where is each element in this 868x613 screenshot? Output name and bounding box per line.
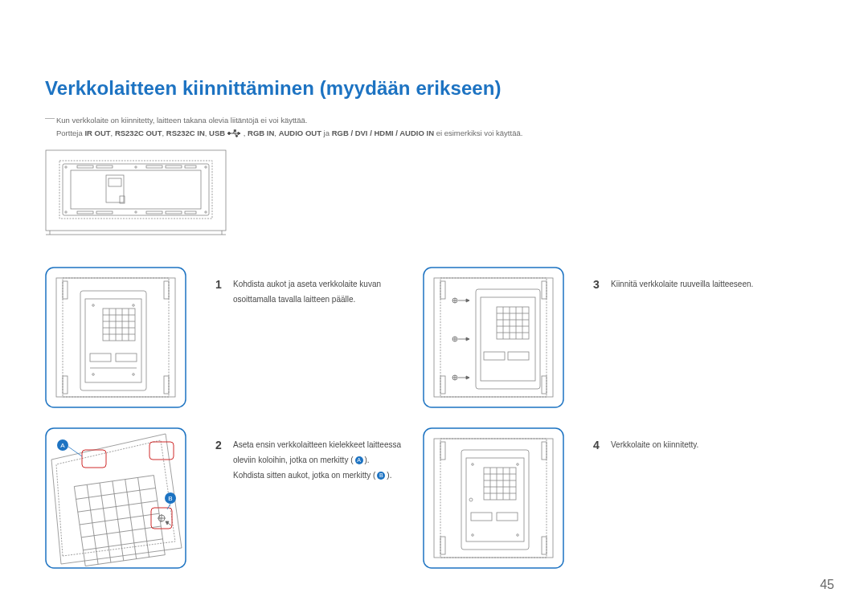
svg-rect-25: [185, 166, 196, 168]
step-3-figure: [423, 267, 564, 408]
note-prefix: Portteja: [56, 129, 84, 137]
svg-rect-27: [96, 211, 113, 214]
svg-point-16: [205, 166, 207, 168]
svg-point-18: [205, 211, 207, 213]
svg-rect-34: [63, 281, 68, 299]
svg-rect-118: [440, 442, 445, 460]
step-1-text: 1 Kohdista aukot ja aseta verkkolaite ku…: [233, 276, 402, 307]
svg-rect-22: [96, 166, 113, 168]
step-2-text: 2 Aseta ensin verkkolaitteen kielekkeet …: [233, 437, 402, 483]
svg-rect-24: [166, 166, 182, 168]
page-title: Verkkolaitteen kiinnittäminen (myydään e…: [45, 77, 502, 100]
svg-rect-3: [234, 130, 235, 132]
svg-rect-121: [542, 537, 547, 554]
svg-point-43: [133, 374, 135, 376]
svg-rect-44: [103, 309, 135, 341]
port-ir-out: IR OUT: [84, 129, 110, 137]
svg-rect-56: [46, 428, 186, 568]
step-1-number: 1: [215, 274, 222, 296]
note-line-1-text: Kun verkkolaite on kiinnitetty, laitteen…: [56, 116, 307, 125]
note-line-2: Portteja IR OUT, RS232C OUT, RS232C IN, …: [56, 129, 522, 137]
svg-point-1: [227, 133, 230, 135]
svg-marker-104: [466, 299, 469, 302]
step-3-text: 3 Kiinnitä verkkolaite ruuveilla laittee…: [611, 276, 820, 292]
step-1-figure: [45, 267, 186, 408]
step-3-body: Kiinnitä verkkolaite ruuveilla laitteese…: [611, 280, 753, 288]
port-audio-out: AUDIO OUT: [279, 129, 321, 137]
svg-point-126: [472, 534, 474, 537]
badge-b-icon: B: [377, 472, 385, 480]
svg-rect-80: [424, 268, 563, 407]
svg-rect-13: [108, 178, 121, 186]
svg-rect-28: [146, 211, 162, 214]
svg-rect-119: [542, 442, 547, 460]
svg-rect-137: [471, 513, 492, 521]
note-mid: ja: [324, 129, 332, 137]
svg-rect-69: [82, 450, 106, 468]
step-2-body-3: ).: [387, 471, 391, 480]
svg-rect-30: [185, 211, 196, 214]
step-4-body: Verkkolaite on kiinnitetty.: [611, 440, 698, 449]
svg-rect-26: [77, 211, 93, 214]
svg-point-4: [235, 136, 237, 137]
svg-rect-115: [424, 428, 563, 568]
svg-point-42: [92, 374, 95, 376]
svg-rect-10: [63, 164, 209, 215]
svg-rect-138: [497, 513, 518, 521]
svg-rect-9: [59, 161, 212, 219]
svg-point-40: [92, 304, 95, 307]
svg-rect-120: [440, 537, 445, 554]
svg-rect-35: [164, 281, 169, 299]
note-line-1: Kun verkkolaite on kiinnitetty, laitteen…: [45, 116, 307, 125]
step-4-text: 4 Verkkolaite on kiinnitetty.: [611, 437, 780, 452]
svg-point-15: [65, 166, 67, 168]
svg-rect-53: [90, 353, 111, 362]
svg-rect-11: [71, 170, 201, 209]
step-2-body-1: Aseta ensin verkkolaitteen kielekkeet la…: [233, 440, 401, 464]
step-4-number: 4: [593, 435, 600, 456]
svg-rect-86: [542, 376, 547, 394]
port-rs232c-out: RS232C OUT: [115, 129, 162, 137]
badge-b-label: B: [168, 495, 172, 502]
svg-rect-117: [440, 439, 547, 558]
note-suffix: ei esimerkiksi voi käyttää.: [436, 129, 523, 137]
svg-marker-114: [466, 376, 469, 379]
port-rgb-in: RGB IN: [248, 129, 274, 137]
badge-a-label: A: [60, 442, 65, 449]
svg-rect-116: [434, 439, 553, 558]
device-back-diagram: [45, 149, 227, 236]
svg-point-19: [135, 166, 137, 168]
svg-rect-85: [440, 376, 445, 394]
svg-point-127: [517, 534, 519, 537]
svg-rect-84: [542, 281, 547, 299]
svg-point-124: [472, 464, 474, 466]
svg-marker-109: [466, 337, 469, 341]
svg-marker-2: [238, 133, 240, 135]
svg-rect-99: [508, 352, 529, 360]
svg-point-139: [469, 498, 473, 501]
svg-rect-29: [166, 211, 182, 214]
svg-point-125: [517, 464, 519, 466]
port-combo-in: RGB / DVI / HDMI / AUDIO IN: [332, 129, 434, 137]
svg-rect-83: [440, 281, 445, 299]
usb-icon: [227, 129, 244, 137]
port-usb: USB: [209, 129, 225, 137]
svg-point-41: [133, 304, 135, 307]
svg-rect-23: [146, 166, 162, 168]
svg-rect-21: [77, 166, 93, 168]
step-1-body: Kohdista aukot ja aseta verkkolaite kuva…: [233, 280, 381, 304]
step-4-figure: [423, 427, 564, 569]
svg-rect-89: [497, 307, 529, 339]
svg-marker-78: [166, 521, 169, 525]
step-2-figure: A B: [45, 427, 186, 569]
badge-a-icon: A: [355, 456, 363, 464]
port-rs232c-in: RS232C IN: [166, 129, 205, 137]
svg-rect-54: [116, 353, 137, 362]
svg-rect-128: [484, 468, 516, 500]
svg-rect-37: [164, 376, 169, 394]
page-number: 45: [820, 578, 834, 592]
svg-point-20: [135, 211, 137, 213]
step-3-number: 3: [593, 274, 600, 296]
svg-line-71: [68, 447, 82, 456]
step-2-number: 2: [215, 435, 222, 456]
